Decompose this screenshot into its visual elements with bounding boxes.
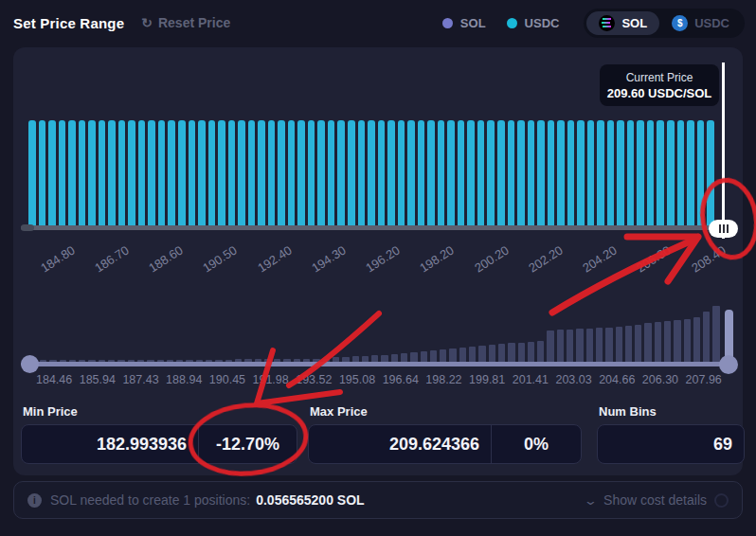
- price-range-panel: Current Price 209.60 USDC/SOL 184.80186.…: [13, 47, 743, 475]
- cost-summary-text: SOL needed to create 1 positions:: [50, 492, 250, 508]
- liquidity-bar: [458, 120, 465, 228]
- info-icon: i: [27, 493, 42, 508]
- toggle-usdc-label: USDC: [694, 16, 729, 30]
- liquidity-bar: [168, 120, 175, 228]
- toggle-option-sol[interactable]: SOL: [586, 11, 659, 35]
- legend-item-sol: SOL: [442, 16, 486, 30]
- show-cost-details-button[interactable]: ⌄ Show cost details: [585, 492, 729, 508]
- main-chart-track[interactable]: [21, 225, 737, 230]
- header: Set Price Range ↻ Reset Price SOL USDC S…: [0, 0, 756, 45]
- mini-x-tick-label: 204.66: [599, 373, 635, 386]
- liquidity-bar: [607, 120, 615, 228]
- liquidity-bar: [537, 120, 545, 228]
- liquidity-bar: [317, 120, 325, 228]
- solana-icon: [599, 15, 615, 31]
- mini-x-tick-label: 203.03: [555, 373, 591, 386]
- liquidity-bar: [368, 120, 375, 228]
- mini-x-tick-label: 195.08: [339, 373, 375, 386]
- liquidity-bar: [278, 120, 285, 228]
- max-price-drag-handle[interactable]: [709, 220, 738, 238]
- reset-price-button[interactable]: ↻ Reset Price: [141, 15, 230, 30]
- liquidity-bar: [88, 120, 96, 228]
- liquidity-bar: [178, 120, 186, 228]
- liquidity-bar: [528, 120, 535, 228]
- liquidity-bar: [567, 120, 575, 228]
- density-bar: [537, 341, 544, 364]
- sol-legend-dot-icon: [442, 18, 453, 28]
- liquidity-bar: [617, 120, 624, 228]
- liquidity-bar: [398, 120, 405, 228]
- min-price-slider-handle[interactable]: [21, 355, 39, 373]
- max-price-slider-handle[interactable]: [719, 355, 738, 374]
- max-price-value[interactable]: 209.624366: [309, 425, 491, 463]
- min-price-value[interactable]: 182.993936: [22, 425, 198, 463]
- current-price-tooltip: Current Price 209.60 USDC/SOL: [600, 64, 719, 106]
- x-tick-label: 188.60: [138, 239, 192, 278]
- liquidity-bar: [438, 120, 445, 228]
- mini-chart-bars: [40, 305, 720, 364]
- x-tick-label: 202.20: [518, 239, 572, 278]
- liquidity-bar: [118, 120, 126, 228]
- chevron-down-icon: ⌄: [584, 494, 598, 507]
- x-tick-label: 200.20: [464, 239, 518, 278]
- mini-x-tick-label: 188.94: [166, 373, 202, 386]
- liquidity-bar: [477, 120, 485, 228]
- density-bar: [635, 325, 641, 364]
- liquidity-bar: [418, 120, 425, 228]
- mini-chart-track[interactable]: [21, 362, 737, 366]
- toggle-option-usdc[interactable]: $ USDC: [659, 11, 742, 35]
- density-bar: [625, 326, 632, 364]
- liquidity-bar: [158, 120, 166, 228]
- liquidity-bar: [148, 120, 155, 228]
- mini-x-tick-label: 201.41: [513, 373, 549, 386]
- liquidity-bar: [707, 120, 714, 228]
- liquidity-bar: [138, 120, 146, 228]
- min-price-label: Min Price: [23, 404, 78, 419]
- density-bar: [616, 327, 622, 364]
- liquidity-bar: [657, 120, 664, 228]
- mini-x-tick-label: 191.98: [253, 373, 289, 386]
- cost-summary-bar: i SOL needed to create 1 positions: 0.05…: [13, 481, 743, 519]
- density-bar: [664, 321, 671, 364]
- min-price-percent: -12.70%: [198, 425, 297, 463]
- liquidity-bar: [189, 120, 196, 228]
- liquidity-bar: [378, 120, 386, 228]
- current-price-value: 209.60 USDC/SOL: [607, 86, 712, 100]
- liquidity-bar: [258, 120, 265, 228]
- x-tick-label: 204.20: [572, 239, 626, 278]
- max-price-input[interactable]: 209.624366 0%: [308, 424, 582, 464]
- density-bar: [528, 342, 534, 364]
- min-price-input[interactable]: 182.993936 -12.70%: [21, 424, 297, 464]
- max-price-percent: 0%: [491, 425, 581, 463]
- liquidity-bar: [238, 120, 245, 228]
- density-bar: [693, 317, 700, 364]
- liquidity-bar: [288, 120, 296, 228]
- density-bar: [596, 328, 603, 364]
- liquidity-bar: [577, 120, 585, 228]
- mini-x-tick-label: 206.30: [642, 373, 678, 386]
- usdc-icon: $: [672, 15, 688, 31]
- density-bar: [655, 322, 661, 364]
- liquidity-bar: [198, 120, 206, 228]
- liquidity-bar: [358, 120, 366, 228]
- liquidity-bar: [697, 120, 705, 228]
- liquidity-bar: [128, 120, 135, 228]
- quote-token-toggle: SOL $ USDC: [584, 9, 745, 38]
- liquidity-bar: [308, 120, 315, 228]
- cost-summary-value: 0.056565200 SOL: [256, 492, 364, 508]
- liquidity-bar: [99, 120, 106, 228]
- liquidity-bar: [248, 120, 256, 228]
- density-bar: [684, 319, 691, 364]
- density-bar: [576, 329, 583, 364]
- main-chart-track-left-cap: [21, 224, 34, 231]
- mini-x-tick-label: 193.52: [296, 373, 332, 386]
- legend-label-usdc: USDC: [525, 16, 560, 30]
- liquidity-bar: [297, 120, 305, 228]
- liquidity-bar: [328, 120, 335, 228]
- num-bins-input[interactable]: 69: [597, 424, 745, 464]
- mini-x-tick-label: 196.64: [383, 373, 419, 386]
- num-bins-value[interactable]: 69: [598, 425, 744, 463]
- density-bar: [703, 312, 710, 364]
- liquidity-bar: [647, 120, 655, 228]
- mini-x-tick-label: 190.45: [209, 373, 245, 386]
